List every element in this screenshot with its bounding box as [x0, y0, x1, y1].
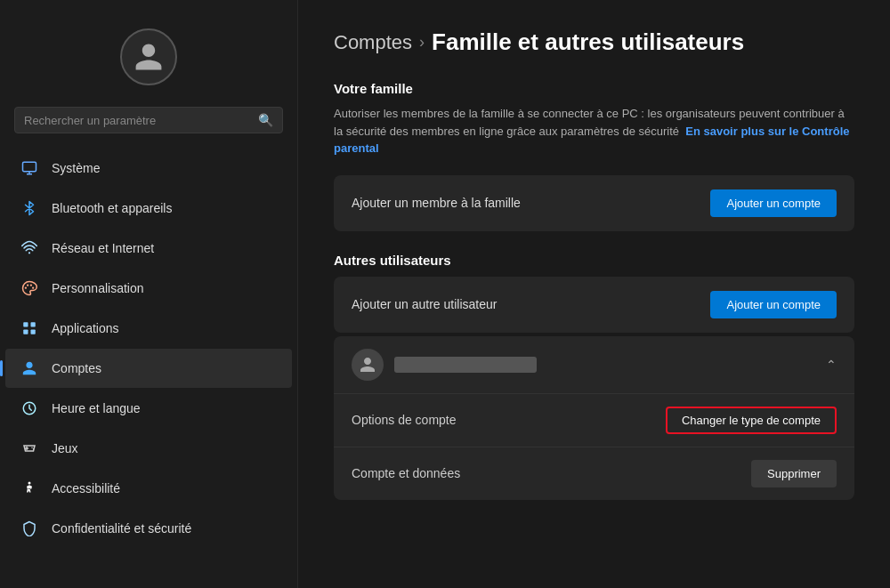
user-name-redacted — [394, 357, 537, 373]
sidebar-item-confidentialite[interactable]: Confidentialité et sécurité — [5, 509, 292, 548]
svg-point-13 — [31, 447, 33, 449]
svg-rect-9 — [31, 322, 36, 326]
svg-point-4 — [25, 287, 27, 289]
user-card-header[interactable]: ⌃ — [334, 336, 854, 393]
sidebar-item-label: Confidentialité et sécurité — [52, 521, 191, 536]
svg-point-6 — [30, 285, 32, 286]
breadcrumb-separator: › — [419, 33, 425, 52]
small-avatar-icon — [359, 356, 376, 374]
sidebar-item-label: Bluetooth et appareils — [52, 201, 172, 215]
page-title: Famille et autres utilisateurs — [432, 28, 744, 56]
data-label: Compte et données — [352, 466, 460, 480]
user-avatar-icon — [133, 41, 165, 73]
add-user-label: Ajouter un autre utilisateur — [352, 297, 497, 311]
user-avatar-small — [352, 349, 384, 381]
sidebar-item-accessibilite[interactable]: Accessibilité — [5, 469, 292, 508]
sidebar-item-label: Accessibilité — [52, 481, 120, 495]
svg-rect-11 — [31, 330, 36, 334]
sidebar-item-label: Jeux — [52, 441, 78, 455]
votre-famille-description: Autoriser les membres de la famille à se… — [334, 105, 854, 157]
clock-icon — [20, 399, 39, 418]
grid-icon — [20, 318, 39, 338]
user-card-left — [352, 349, 537, 381]
search-input[interactable] — [24, 114, 258, 127]
user-card-body: Options de compte Changer le type de com… — [334, 393, 854, 500]
avatar — [120, 28, 177, 85]
add-family-label: Ajouter un membre à la famille — [352, 196, 521, 210]
paint-icon — [20, 278, 39, 298]
svg-rect-10 — [23, 330, 28, 334]
sidebar-item-bluetooth[interactable]: Bluetooth et appareils — [5, 189, 292, 228]
search-box[interactable]: 🔍 — [14, 107, 283, 133]
options-label: Options de compte — [352, 413, 457, 427]
autres-utilisateurs-section: Autres utilisateurs Ajouter un autre uti… — [334, 253, 854, 500]
sidebar-item-label: Comptes — [52, 361, 101, 375]
gamepad-icon — [20, 439, 39, 458]
votre-famille-title: Votre famille — [334, 81, 854, 96]
avatar-area — [0, 14, 297, 107]
add-family-button[interactable]: Ajouter un compte — [710, 189, 837, 217]
add-user-card: Ajouter un autre utilisateur Ajouter un … — [334, 277, 854, 333]
sidebar-item-perso[interactable]: Personnalisation — [5, 269, 292, 308]
svg-point-3 — [28, 252, 30, 254]
sidebar-item-label: Réseau et Internet — [52, 241, 154, 255]
account-options-row: Options de compte Changer le type de com… — [334, 394, 854, 447]
svg-point-7 — [32, 287, 34, 289]
breadcrumb: Comptes — [334, 31, 412, 54]
search-icon: 🔍 — [258, 113, 273, 127]
sidebar-item-jeux[interactable]: Jeux — [5, 429, 292, 468]
votre-famille-section: Votre famille Autoriser les membres de l… — [334, 81, 854, 231]
svg-point-5 — [27, 285, 28, 286]
change-account-type-button[interactable]: Changer le type de compte — [666, 407, 837, 434]
sidebar: 🔍 Système Bluetooth et appareils — [0, 0, 298, 588]
monitor-icon — [20, 158, 39, 178]
main-content: Comptes › Famille et autres utilisateurs… — [298, 0, 890, 588]
account-data-row: Compte et données Supprimer — [334, 447, 854, 500]
shield-icon — [20, 519, 39, 538]
svg-rect-0 — [23, 162, 36, 172]
user-card: ⌃ Options de compte Changer le type de c… — [334, 336, 854, 500]
bluetooth-icon — [20, 198, 39, 218]
sidebar-item-label: Système — [52, 161, 100, 175]
svg-point-15 — [28, 482, 31, 485]
accessibility-icon — [20, 479, 39, 498]
user-icon — [20, 358, 39, 378]
sidebar-item-label: Applications — [52, 321, 119, 335]
sidebar-item-label: Personnalisation — [52, 281, 144, 295]
wifi-icon — [20, 238, 39, 258]
nav-list: Système Bluetooth et appareils Réseau e — [0, 148, 297, 588]
autres-utilisateurs-title: Autres utilisateurs — [334, 253, 854, 268]
svg-rect-8 — [23, 322, 28, 326]
sidebar-item-comptes[interactable]: Comptes — [5, 349, 292, 388]
sidebar-item-systeme[interactable]: Système — [5, 149, 292, 188]
sidebar-item-reseau[interactable]: Réseau et Internet — [5, 229, 292, 268]
add-family-card: Ajouter un membre à la famille Ajouter u… — [334, 175, 854, 231]
sidebar-item-heure[interactable]: Heure et langue — [5, 389, 292, 428]
sidebar-item-label: Heure et langue — [52, 401, 141, 415]
chevron-up-icon: ⌃ — [826, 358, 837, 372]
delete-button[interactable]: Supprimer — [751, 460, 837, 487]
sidebar-item-applications[interactable]: Applications — [5, 309, 292, 348]
page-header: Comptes › Famille et autres utilisateurs — [334, 28, 854, 56]
add-user-button[interactable]: Ajouter un compte — [710, 291, 837, 318]
